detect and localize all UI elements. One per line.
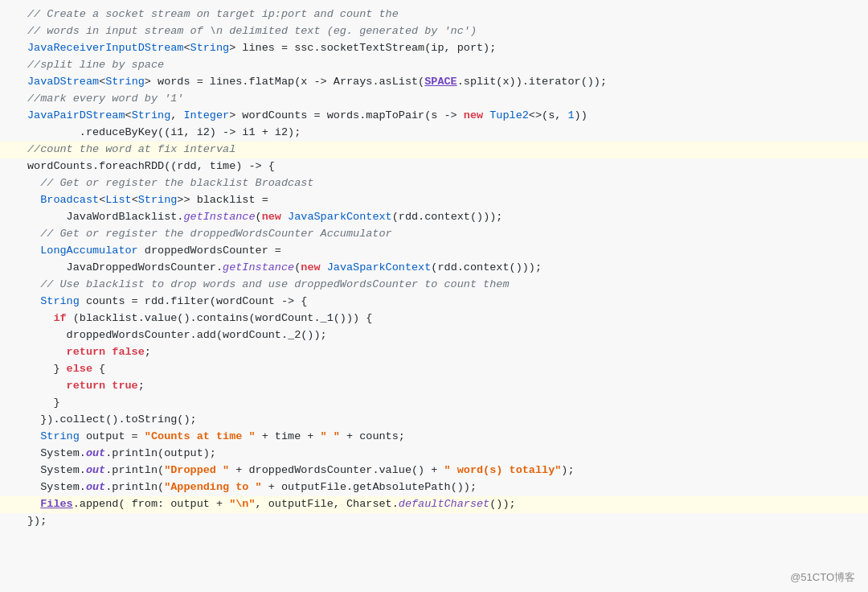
code-line: }).collect().toString(); bbox=[0, 412, 868, 429]
code-line: JavaDroppedWordsCounter.getInstance(new … bbox=[0, 260, 868, 277]
line-content: JavaDStream<String> words = lines.flatMa… bbox=[27, 74, 860, 91]
line-content: //split line by space bbox=[27, 57, 860, 74]
line-content: System.out.println("Appending to " + out… bbox=[27, 479, 860, 496]
line-content: //count the word at fix interval bbox=[27, 142, 860, 158]
line-content: }); bbox=[27, 513, 860, 530]
line-content: String output = "Counts at time " + time… bbox=[27, 429, 860, 446]
line-content: JavaWordBlacklist.getInstance(new JavaSp… bbox=[27, 209, 860, 226]
line-content: JavaPairDStream<String, Integer> wordCou… bbox=[27, 108, 860, 125]
code-line: // Get or register the droppedWordsCount… bbox=[0, 226, 868, 243]
code-line: LongAccumulator droppedWordsCounter = bbox=[0, 243, 868, 260]
line-content: System.out.println("Dropped " + droppedW… bbox=[27, 462, 860, 479]
code-line: // Get or register the blacklist Broadca… bbox=[0, 175, 868, 192]
code-line: return true; bbox=[0, 378, 868, 395]
line-content: //mark every word by '1' bbox=[27, 91, 860, 108]
code-line: JavaReceiverInputDStream<String> lines =… bbox=[0, 40, 868, 57]
line-content: LongAccumulator droppedWordsCounter = bbox=[27, 243, 860, 260]
code-line: // Use blacklist to drop words and use d… bbox=[0, 277, 868, 294]
line-content: }).collect().toString(); bbox=[27, 412, 860, 429]
line-content: .reduceByKey((i1, i2) -> i1 + i2); bbox=[27, 125, 860, 142]
code-line: // words in input stream of \n delimited… bbox=[0, 23, 868, 40]
line-content: if (blacklist.value().contains(wordCount… bbox=[27, 310, 860, 327]
code-line-files-append: Files.append( from: output + "\n", outpu… bbox=[0, 496, 868, 513]
line-content: // words in input stream of \n delimited… bbox=[27, 23, 860, 40]
line-content: wordCounts.foreachRDD((rdd, time) -> { bbox=[27, 158, 860, 175]
code-line: String output = "Counts at time " + time… bbox=[0, 429, 868, 446]
code-line: System.out.println("Dropped " + droppedW… bbox=[0, 462, 868, 479]
line-content: JavaReceiverInputDStream<String> lines =… bbox=[27, 40, 860, 57]
line-content: return true; bbox=[27, 378, 860, 395]
line-content: System.out.println(output); bbox=[27, 446, 860, 462]
line-content: } else { bbox=[27, 361, 860, 378]
code-line: wordCounts.foreachRDD((rdd, time) -> { bbox=[0, 158, 868, 175]
line-content: // Use blacklist to drop words and use d… bbox=[27, 277, 860, 294]
code-line-highlight: //count the word at fix interval bbox=[0, 142, 868, 158]
code-line: droppedWordsCounter.add(wordCount._2()); bbox=[0, 327, 868, 344]
code-line: //mark every word by '1' bbox=[0, 91, 868, 108]
code-line: if (blacklist.value().contains(wordCount… bbox=[0, 310, 868, 327]
code-line: System.out.println(output); bbox=[0, 446, 868, 462]
line-content: Broadcast<List<String>> blacklist = bbox=[27, 192, 860, 209]
code-line: // Create a socket stream on target ip:p… bbox=[0, 6, 868, 23]
code-line: return false; bbox=[0, 344, 868, 361]
watermark: @51CTO博客 bbox=[790, 569, 855, 586]
line-content: droppedWordsCounter.add(wordCount._2()); bbox=[27, 327, 860, 344]
code-line: //split line by space bbox=[0, 57, 868, 74]
line-content: } bbox=[27, 395, 860, 412]
code-line: Broadcast<List<String>> blacklist = bbox=[0, 192, 868, 209]
code-line: .reduceByKey((i1, i2) -> i1 + i2); bbox=[0, 125, 868, 142]
code-line: JavaPairDStream<String, Integer> wordCou… bbox=[0, 108, 868, 125]
code-line: JavaWordBlacklist.getInstance(new JavaSp… bbox=[0, 209, 868, 226]
code-line: } else { bbox=[0, 361, 868, 378]
code-line: } bbox=[0, 395, 868, 412]
code-line: }); bbox=[0, 513, 868, 530]
line-content: // Get or register the droppedWordsCount… bbox=[27, 226, 860, 243]
line-content: return false; bbox=[27, 344, 860, 361]
line-content: // Get or register the blacklist Broadca… bbox=[27, 175, 860, 192]
code-container: // Create a socket stream on target ip:p… bbox=[0, 0, 868, 592]
code-line: JavaDStream<String> words = lines.flatMa… bbox=[0, 74, 868, 91]
line-content: String counts = rdd.filter(wordCount -> … bbox=[27, 294, 860, 310]
line-content: JavaDroppedWordsCounter.getInstance(new … bbox=[27, 260, 860, 277]
code-line: System.out.println("Appending to " + out… bbox=[0, 479, 868, 496]
line-content: // Create a socket stream on target ip:p… bbox=[27, 6, 860, 23]
line-content: Files.append( from: output + "\n", outpu… bbox=[27, 496, 860, 513]
code-line: String counts = rdd.filter(wordCount -> … bbox=[0, 294, 868, 310]
